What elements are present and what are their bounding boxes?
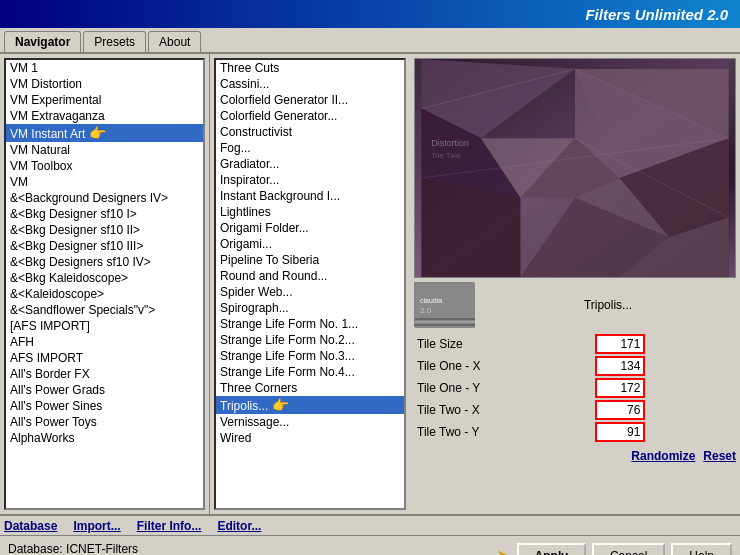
left-list-item[interactable]: VM Distortion (6, 76, 203, 92)
middle-list-item[interactable]: Strange Life Form No.2... (216, 332, 404, 348)
action-buttons: ➤ Apply Cancel Help (496, 543, 732, 555)
reset-button[interactable]: Reset (703, 449, 736, 463)
middle-list-item[interactable]: Round and Round... (216, 268, 404, 284)
editor-link[interactable]: Editor... (217, 519, 261, 533)
middle-list-item[interactable]: Lightlines (216, 204, 404, 220)
thumbnail-row: claudia 2.0 Tripolis... (414, 282, 736, 327)
left-list-item[interactable]: All's Power Sines (6, 398, 203, 414)
middle-list-item[interactable]: Three Corners (216, 380, 404, 396)
filter-thumbnail: claudia 2.0 (414, 282, 474, 327)
left-list-item[interactable]: VM Natural (6, 142, 203, 158)
left-list-item[interactable]: AFH (6, 334, 203, 350)
svg-rect-26 (415, 324, 475, 326)
param-value-input[interactable] (595, 378, 645, 398)
middle-list-item[interactable]: Inspirator... (216, 172, 404, 188)
param-label: Tile Size (414, 333, 592, 355)
left-list-item[interactable]: VM Experimental (6, 92, 203, 108)
left-list-item[interactable]: &<Bkg Kaleidoscope> (6, 270, 203, 286)
database-link[interactable]: Database (4, 519, 57, 533)
svg-rect-24 (415, 318, 475, 320)
left-panel: VM 1VM DistortionVM ExperimentalVM Extra… (0, 54, 210, 514)
middle-panel: Three CutsCassini...Colorfield Generator… (210, 54, 410, 514)
param-label: Tile One - X (414, 355, 592, 377)
left-list-item[interactable]: &<Bkg Designer sf10 III> (6, 238, 203, 254)
filter-list[interactable]: Three CutsCassini...Colorfield Generator… (214, 58, 406, 510)
middle-list-item[interactable]: Fog... (216, 140, 404, 156)
category-list[interactable]: VM 1VM DistortionVM ExperimentalVM Extra… (4, 58, 205, 510)
randomize-button[interactable]: Randomize (631, 449, 695, 463)
left-list-item[interactable]: &<Bkg Designer sf10 II> (6, 222, 203, 238)
apply-button[interactable]: Apply (517, 543, 586, 555)
left-list-item[interactable]: All's Border FX (6, 366, 203, 382)
param-value-input[interactable] (595, 422, 645, 442)
middle-list-item[interactable]: Strange Life Form No.4... (216, 364, 404, 380)
middle-list-item[interactable]: Vernissage... (216, 414, 404, 430)
params-bottom: Randomize Reset (414, 449, 736, 463)
svg-text:Distortion: Distortion (431, 138, 469, 148)
status-info: Database: ICNET-Filters Filters: 4127 (8, 542, 484, 555)
middle-list-item[interactable]: Spider Web... (216, 284, 404, 300)
svg-text:2.0: 2.0 (420, 306, 432, 315)
left-list-item[interactable]: &<Kaleidoscope> (6, 286, 203, 302)
middle-list-item[interactable]: Origami Folder... (216, 220, 404, 236)
middle-list-item[interactable]: Instant Background I... (216, 188, 404, 204)
middle-list-item[interactable]: Strange Life Form No.3... (216, 348, 404, 364)
main-content: VM 1VM DistortionVM ExperimentalVM Extra… (0, 54, 740, 514)
left-list-item[interactable]: &<Background Designers IV> (6, 190, 203, 206)
app-title: Filters Unlimited 2.0 (585, 6, 728, 23)
middle-list-item[interactable]: Tripolis... 👉 (216, 396, 404, 414)
left-list-item[interactable]: AFS IMPORT (6, 350, 203, 366)
middle-list-item[interactable]: Wired (216, 430, 404, 446)
param-label: Tile Two - Y (414, 421, 592, 443)
cancel-button[interactable]: Cancel (592, 543, 665, 555)
help-button[interactable]: Help (671, 543, 732, 555)
param-value-input[interactable] (595, 356, 645, 376)
middle-list-item[interactable]: Three Cuts (216, 60, 404, 76)
tab-presets[interactable]: Presets (83, 31, 146, 52)
left-list-item[interactable]: VM 1 (6, 60, 203, 76)
left-list-item[interactable]: All's Power Toys (6, 414, 203, 430)
param-row: Tile One - Y (414, 377, 736, 399)
left-list-item[interactable]: [AFS IMPORT] (6, 318, 203, 334)
filter-info-link[interactable]: Filter Info... (137, 519, 202, 533)
middle-list-item[interactable]: Cassini... (216, 76, 404, 92)
right-panel: Distortion Tile Two claudia 2.0 Tripolis… (410, 54, 740, 514)
middle-list-item[interactable]: Colorfield Generator... (216, 108, 404, 124)
left-list-item[interactable]: &<Bkg Designers sf10 IV> (6, 254, 203, 270)
left-list-item[interactable]: AlphaWorks (6, 430, 203, 446)
middle-list-item[interactable]: Constructivist (216, 124, 404, 140)
left-list-item[interactable]: VM (6, 174, 203, 190)
left-list-item[interactable]: VM Instant Art 👉 (6, 124, 203, 142)
middle-list-item[interactable]: Pipeline To Siberia (216, 252, 404, 268)
import-link[interactable]: Import... (73, 519, 120, 533)
params-table: Tile Size Tile One - X Tile One - Y Tile… (414, 333, 736, 443)
middle-list-item[interactable]: Colorfield Generator II... (216, 92, 404, 108)
filter-name-label: Tripolis... (480, 298, 736, 312)
bottom-status: Database: ICNET-Filters Filters: 4127 ➤ … (0, 536, 740, 555)
param-row: Tile Size (414, 333, 736, 355)
param-row: Tile Two - Y (414, 421, 736, 443)
svg-rect-25 (415, 321, 475, 323)
tab-navigator[interactable]: Navigator (4, 31, 81, 52)
left-list-item[interactable]: &<Bkg Designer sf10 I> (6, 206, 203, 222)
tab-about[interactable]: About (148, 31, 201, 52)
left-list-item[interactable]: VM Extravaganza (6, 108, 203, 124)
param-label: Tile One - Y (414, 377, 592, 399)
param-value-input[interactable] (595, 400, 645, 420)
apply-arrow-icon: ➤ (496, 545, 511, 555)
middle-list-item[interactable]: Strange Life Form No. 1... (216, 316, 404, 332)
param-label: Tile Two - X (414, 399, 592, 421)
bottom-links: Database Import... Filter Info... Editor… (0, 516, 740, 536)
middle-list-item[interactable]: Origami... (216, 236, 404, 252)
svg-text:Tile Two: Tile Two (431, 151, 461, 160)
middle-list-item[interactable]: Gradiator... (216, 156, 404, 172)
preview-area: Distortion Tile Two (414, 58, 736, 278)
left-list-item[interactable]: &<Sandflower Specials"v"> (6, 302, 203, 318)
tab-bar: Navigator Presets About (0, 28, 740, 54)
left-list-item[interactable]: VM Toolbox (6, 158, 203, 174)
bottom-bar: Database Import... Filter Info... Editor… (0, 514, 740, 555)
left-list-item[interactable]: All's Power Grads (6, 382, 203, 398)
middle-list-item[interactable]: Spirograph... (216, 300, 404, 316)
param-value-input[interactable] (595, 334, 645, 354)
param-row: Tile One - X (414, 355, 736, 377)
